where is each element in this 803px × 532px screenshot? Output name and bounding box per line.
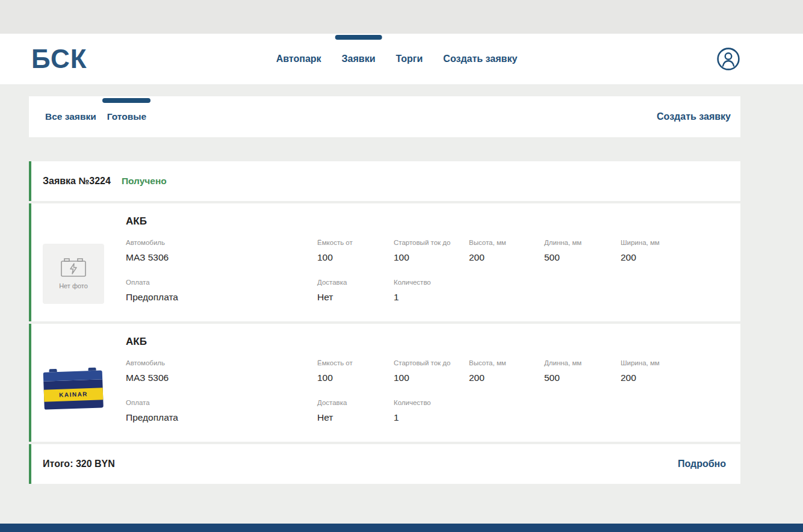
- field-quantity: Количество 1: [394, 279, 726, 303]
- nav-label-zayavki: Заявки: [342, 54, 376, 64]
- request-item-card: Нет фото АКБ Автомобиль МАЗ 5306 Ёмкость…: [29, 203, 740, 321]
- field-delivery: Доставка Нет: [317, 399, 394, 423]
- field-label: Ёмкость от: [317, 239, 394, 246]
- item-body: АКБ Автомобиль МАЗ 5306 Ёмкость от 100 С…: [126, 215, 726, 304]
- request-status-badge: Получено: [122, 176, 167, 187]
- field-label: Длинна, мм: [544, 359, 621, 367]
- request-header-card: Заявка №3224 Получено: [29, 161, 740, 201]
- field-value: 500: [544, 373, 621, 383]
- nav-label-torgi: Торги: [396, 54, 423, 64]
- field-width: Ширина, мм 200: [621, 359, 726, 383]
- field-value: 1: [394, 412, 726, 423]
- field-label: Высота, мм: [469, 359, 544, 367]
- field-start-current: Стартовый ток до 100: [394, 239, 469, 263]
- request-total-card: Итого: 320 BYN Подробно: [29, 444, 740, 484]
- main-nav: Автопарк Заявки Торги Создать заявку: [276, 54, 518, 64]
- nav-item-zayavki[interactable]: Заявки: [342, 54, 376, 64]
- field-label: Ширина, мм: [621, 359, 726, 367]
- battery-body: KAINAR: [43, 379, 104, 409]
- request-section: Заявка №3224 Получено Нет фото АКБ Автом…: [29, 161, 740, 484]
- nav-item-torgi[interactable]: Торги: [396, 54, 423, 64]
- field-value: Предоплата: [126, 412, 317, 423]
- field-capacity: Ёмкость от 100: [317, 239, 394, 263]
- field-payment: Оплата Предоплата: [126, 399, 317, 423]
- field-label: Стартовый ток до: [394, 239, 469, 246]
- field-label: Длинна, мм: [544, 239, 621, 246]
- field-value: 1: [394, 292, 726, 303]
- request-item-card: KAINAR АКБ Автомобиль МАЗ 5306 Ёмкость о…: [29, 324, 740, 442]
- nav-item-create-request[interactable]: Создать заявку: [443, 54, 517, 64]
- field-car: Автомобиль МАЗ 5306: [126, 359, 317, 383]
- field-height: Высота, мм 200: [469, 359, 544, 383]
- field-capacity: Ёмкость от 100: [317, 359, 394, 383]
- field-value: Нет: [317, 412, 394, 423]
- field-label: Автомобиль: [126, 359, 317, 367]
- request-title: Заявка №3224: [43, 176, 111, 187]
- field-value: МАЗ 5306: [126, 373, 317, 383]
- field-value: 200: [621, 252, 726, 263]
- field-height: Высота, мм 200: [469, 239, 544, 263]
- no-photo-label: Нет фото: [59, 282, 88, 289]
- field-label: Количество: [394, 399, 726, 406]
- field-label: Высота, мм: [469, 239, 544, 246]
- no-photo-placeholder: Нет фото: [43, 244, 104, 304]
- nav-label-autopark: Автопарк: [276, 54, 321, 64]
- tab-ready[interactable]: Готовые: [107, 111, 146, 122]
- field-value: МАЗ 5306: [126, 252, 317, 263]
- field-value: 200: [469, 252, 544, 263]
- nav-item-autopark[interactable]: Автопарк: [276, 54, 321, 64]
- field-length: Длинна, мм 500: [544, 359, 621, 383]
- nav-label-create-request: Создать заявку: [443, 54, 517, 64]
- item-fields-row2: Оплата Предоплата Доставка Нет Количеств…: [126, 399, 726, 423]
- top-strip: [0, 0, 803, 34]
- battery-icon: [60, 258, 87, 277]
- battery-brand-label: KAINAR: [44, 388, 104, 401]
- battery-product-image: KAINAR: [43, 370, 104, 418]
- field-label: Ширина, мм: [621, 239, 726, 246]
- active-tab-indicator: [102, 98, 150, 103]
- field-car: Автомобиль МАЗ 5306: [126, 239, 317, 263]
- item-body: АКБ Автомобиль МАЗ 5306 Ёмкость от 100 С…: [126, 336, 726, 424]
- header: БСК Автопарк Заявки Торги Создать заявку: [0, 34, 803, 84]
- tab-all-requests-label: Все заявки: [45, 111, 96, 122]
- field-label: Стартовый ток до: [394, 359, 469, 367]
- item-title: АКБ: [126, 215, 726, 227]
- field-label: Оплата: [126, 279, 317, 286]
- item-fields-row2: Оплата Предоплата Доставка Нет Количеств…: [126, 279, 726, 303]
- logo[interactable]: БСК: [31, 44, 87, 74]
- field-width: Ширина, мм 200: [621, 239, 726, 263]
- details-link[interactable]: Подробно: [678, 459, 726, 469]
- field-start-current: Стартовый ток до 100: [394, 359, 469, 383]
- field-value: 100: [394, 252, 469, 263]
- tab-ready-label: Готовые: [107, 111, 146, 122]
- field-label: Ёмкость от: [317, 359, 394, 367]
- tab-all-requests[interactable]: Все заявки: [45, 111, 96, 122]
- field-label: Автомобиль: [126, 239, 317, 246]
- field-label: Оплата: [126, 399, 317, 406]
- user-avatar-icon[interactable]: [716, 47, 740, 71]
- field-value: 500: [544, 252, 621, 263]
- field-length: Длинна, мм 500: [544, 239, 621, 263]
- field-delivery: Доставка Нет: [317, 279, 394, 303]
- total-amount: Итого: 320 BYN: [43, 459, 115, 469]
- tabs-bar: Все заявки Готовые Создать заявку: [29, 96, 740, 137]
- item-photo: KAINAR: [43, 364, 104, 424]
- field-value: 100: [317, 252, 394, 263]
- field-value: 200: [469, 373, 544, 383]
- item-fields-row1: Автомобиль МАЗ 5306 Ёмкость от 100 Старт…: [126, 359, 726, 383]
- field-value: 100: [317, 373, 394, 383]
- field-label: Количество: [394, 279, 726, 286]
- create-request-link[interactable]: Создать заявку: [657, 111, 731, 122]
- item-title: АКБ: [126, 336, 726, 348]
- field-quantity: Количество 1: [394, 399, 726, 423]
- field-value: 100: [394, 373, 469, 383]
- field-payment: Оплата Предоплата: [126, 279, 317, 303]
- field-label: Доставка: [317, 399, 394, 406]
- field-value: Нет: [317, 292, 394, 303]
- item-fields-row1: Автомобиль МАЗ 5306 Ёмкость от 100 Старт…: [126, 239, 726, 263]
- field-value: 200: [621, 373, 726, 383]
- active-nav-indicator: [335, 35, 382, 40]
- item-photo: Нет фото: [43, 244, 104, 304]
- field-value: Предоплата: [126, 292, 317, 303]
- footer-bar: [0, 524, 803, 532]
